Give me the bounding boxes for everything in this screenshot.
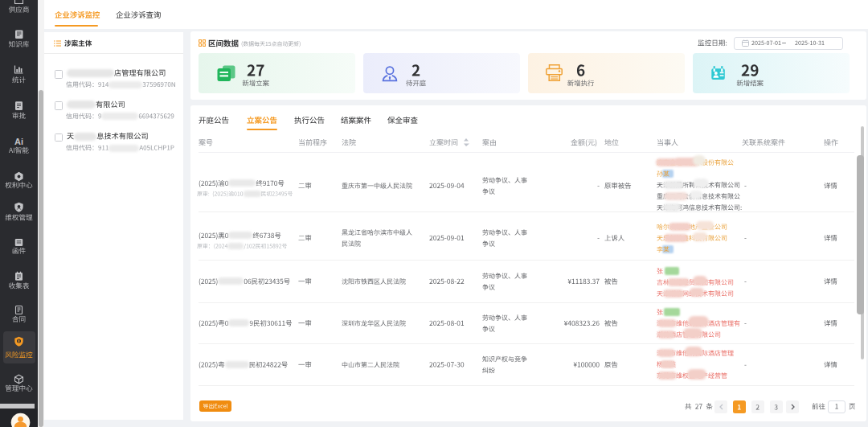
svg-text:Ai: Ai [14,137,23,146]
